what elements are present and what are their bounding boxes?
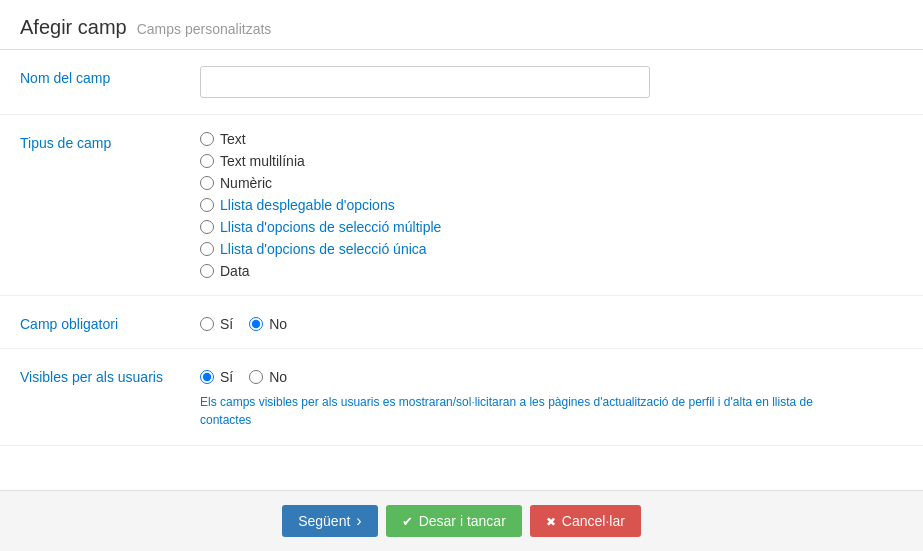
tipus-row: Tipus de camp TextText multilíniaNumèric… bbox=[0, 115, 923, 296]
list-item[interactable]: Data bbox=[200, 263, 903, 279]
visibles-row: Visibles per als usuaris SíNo Els camps … bbox=[0, 349, 923, 446]
tipus-radio-data[interactable] bbox=[200, 264, 214, 278]
page-header: Afegir camp Camps personalitzats bbox=[0, 0, 923, 50]
cancel-button[interactable]: Cancel·lar bbox=[530, 505, 641, 537]
list-item[interactable]: Llista d'opcions de selecció única bbox=[200, 241, 903, 257]
nom-control-area bbox=[200, 66, 903, 98]
list-item[interactable]: Sí bbox=[200, 316, 233, 332]
chevron-right-icon bbox=[356, 512, 361, 530]
list-item[interactable]: Numèric bbox=[200, 175, 903, 191]
visibles-help-text: Els camps visibles per als usuaris es mo… bbox=[200, 393, 850, 429]
page-subtitle: Camps personalitzats bbox=[137, 21, 272, 37]
tipus-option-label-llista_desplegable: Llista desplegable d'opcions bbox=[220, 197, 395, 213]
list-item[interactable]: Text multilínia bbox=[200, 153, 903, 169]
next-button[interactable]: Següent bbox=[282, 505, 378, 537]
tipus-radio-numeric[interactable] bbox=[200, 176, 214, 190]
tipus-option-label-text: Text bbox=[220, 131, 246, 147]
tipus-radio-text[interactable] bbox=[200, 132, 214, 146]
tipus-control-area: TextText multilíniaNumèricLlista despleg… bbox=[200, 131, 903, 279]
visibles-radio-group: SíNo bbox=[200, 365, 903, 385]
obligatori-radio-si[interactable] bbox=[200, 317, 214, 331]
tipus-radio-group: TextText multilíniaNumèricLlista despleg… bbox=[200, 131, 903, 279]
tipus-radio-llista_unica[interactable] bbox=[200, 242, 214, 256]
tipus-radio-text_multilinia[interactable] bbox=[200, 154, 214, 168]
tipus-option-label-text_multilinia: Text multilínia bbox=[220, 153, 305, 169]
list-item[interactable]: Llista desplegable d'opcions bbox=[200, 197, 903, 213]
page-container: Afegir camp Camps personalitzats Nom del… bbox=[0, 0, 923, 551]
tipus-radio-llista_desplegable[interactable] bbox=[200, 198, 214, 212]
list-item[interactable]: Llista d'opcions de selecció múltiple bbox=[200, 219, 903, 235]
visibles-option-label-si: Sí bbox=[220, 369, 233, 385]
page-title-group: Afegir camp Camps personalitzats bbox=[20, 16, 903, 39]
tipus-option-label-llista_unica: Llista d'opcions de selecció única bbox=[220, 241, 427, 257]
next-label: Següent bbox=[298, 513, 350, 529]
x-icon bbox=[546, 513, 556, 529]
obligatori-row: Camp obligatori SíNo bbox=[0, 296, 923, 349]
tipus-option-label-llista_multiple: Llista d'opcions de selecció múltiple bbox=[220, 219, 441, 235]
cancel-label: Cancel·lar bbox=[562, 513, 625, 529]
visibles-label: Visibles per als usuaris bbox=[20, 365, 200, 385]
nom-input[interactable] bbox=[200, 66, 650, 98]
nom-label: Nom del camp bbox=[20, 66, 200, 86]
tipus-label: Tipus de camp bbox=[20, 131, 200, 151]
list-item[interactable]: Text bbox=[200, 131, 903, 147]
visibles-radio-no[interactable] bbox=[249, 370, 263, 384]
save-label: Desar i tancar bbox=[419, 513, 506, 529]
obligatori-option-label-si: Sí bbox=[220, 316, 233, 332]
list-item[interactable]: No bbox=[249, 316, 287, 332]
list-item[interactable]: No bbox=[249, 369, 287, 385]
page-title: Afegir camp bbox=[20, 16, 127, 39]
obligatori-label: Camp obligatori bbox=[20, 312, 200, 332]
nom-row: Nom del camp bbox=[0, 50, 923, 115]
footer-bar: Següent Desar i tancar Cancel·lar bbox=[0, 490, 923, 551]
list-item[interactable]: Sí bbox=[200, 369, 233, 385]
obligatori-control-area: SíNo bbox=[200, 312, 903, 332]
visibles-radio-si[interactable] bbox=[200, 370, 214, 384]
obligatori-radio-group: SíNo bbox=[200, 312, 903, 332]
form-body: Nom del camp Tipus de camp TextText mult… bbox=[0, 50, 923, 490]
visibles-control-area: SíNo Els camps visibles per als usuaris … bbox=[200, 365, 903, 429]
tipus-option-label-numeric: Numèric bbox=[220, 175, 272, 191]
save-button[interactable]: Desar i tancar bbox=[386, 505, 522, 537]
check-icon bbox=[402, 513, 413, 529]
obligatori-radio-no[interactable] bbox=[249, 317, 263, 331]
tipus-option-label-data: Data bbox=[220, 263, 250, 279]
visibles-option-label-no: No bbox=[269, 369, 287, 385]
obligatori-option-label-no: No bbox=[269, 316, 287, 332]
tipus-radio-llista_multiple[interactable] bbox=[200, 220, 214, 234]
